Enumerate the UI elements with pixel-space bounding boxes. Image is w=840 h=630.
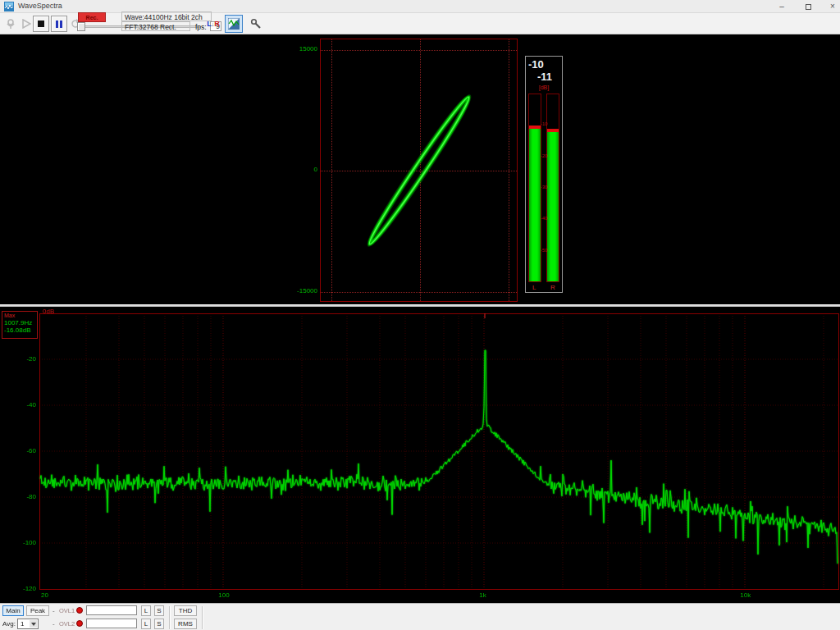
maximize-button[interactable]	[796, 0, 820, 13]
record-device-icon	[5, 18, 16, 30]
meter-scale-label: -50	[526, 248, 562, 253]
thd-button[interactable]: THD	[174, 605, 197, 616]
app-icon	[4, 2, 14, 11]
stop-button[interactable]	[33, 16, 49, 32]
y-axis-origin-label: 0dB	[43, 308, 54, 315]
wave-display-icon	[228, 18, 240, 30]
max-readout-title: Max	[4, 313, 35, 319]
main-view-button[interactable]: Main	[2, 605, 24, 616]
channel-copy-button[interactable]: L↓R	[205, 16, 221, 32]
ovl2-label: OVL2	[59, 620, 75, 628]
meter-scale-label: -40	[526, 216, 562, 221]
level-meter: -10 -11 [dB] -10-20-30-40-50 L R	[525, 56, 563, 293]
spectrum-x-tick-label: 1k	[479, 591, 486, 599]
meter-scale-label: -20	[526, 153, 562, 158]
close-button[interactable]: ×	[820, 0, 840, 13]
display-mode-button[interactable]	[225, 15, 243, 33]
wrench-icon	[250, 18, 262, 30]
left-channel-label: L	[532, 284, 536, 291]
s-button-2[interactable]: S	[154, 619, 164, 629]
window-title: WaveSpectra	[18, 2, 62, 10]
meter-scale-label: -30	[526, 185, 562, 189]
chevron-down-icon	[30, 620, 37, 628]
file2-input[interactable]	[86, 619, 137, 628]
lissajous-trace	[320, 39, 518, 302]
spectrum-y-tick-label: -60	[8, 447, 36, 454]
s-button-1[interactable]: S	[154, 605, 164, 616]
spectrum-x-tick-label: 20	[41, 591, 48, 599]
meter-scale-label: -10	[526, 121, 562, 126]
max-level-readout: -16.08dB	[4, 326, 35, 334]
meter-green-fill	[529, 129, 541, 281]
file1-input[interactable]	[86, 605, 137, 615]
lissajous-scale-max: 15000	[288, 45, 317, 52]
spectrum-y-tick-label: -20	[8, 355, 36, 363]
seek-slider-thumb[interactable]	[77, 22, 85, 31]
avg-selected-value: 1	[21, 620, 24, 628]
dash-separator: -	[52, 607, 55, 614]
settings-button[interactable]	[248, 16, 264, 32]
record-button[interactable]	[2, 16, 19, 32]
spectrum-panel: Max 1007.9Hz -16.08dB 0dB -20-40-60-80-1…	[0, 307, 840, 603]
lr-channel-icon: L↓R	[207, 20, 220, 28]
right-channel-label: R	[550, 284, 555, 291]
max-frequency-readout: 1007.9Hz	[4, 319, 35, 326]
meter-unit-label: [dB]	[526, 84, 562, 90]
l-button-2[interactable]: L	[141, 619, 151, 629]
l-button-1[interactable]: L	[141, 605, 151, 616]
play-button[interactable]	[18, 16, 34, 32]
pause-button[interactable]	[51, 16, 67, 32]
rec-indicator-badge: Rec.	[78, 12, 106, 22]
status-row-1: Main Peak - OVL1 L S THD	[0, 605, 840, 618]
fft-settings-readout: FFT:32768 Rect.	[121, 21, 190, 31]
scope-panel: 15000 0 -15000 -10 -11 [dB] -10-20-30-40…	[0, 34, 840, 304]
dash-separator: -	[52, 620, 55, 628]
wave-format-readout: Wave:44100Hz 16bit 2ch	[121, 11, 212, 21]
status-row-2: Avg: 1 - OVL2 L S RMS	[0, 618, 840, 630]
spectrum-y-tick-label: -40	[8, 401, 36, 409]
spectrum-y-tick-label: -80	[8, 493, 36, 500]
toolbar: Rec. Wave:44100Hz 16bit 2ch FFT:32768 Re…	[0, 13, 840, 34]
left-peak-readout: -10	[528, 58, 544, 71]
stop-icon	[38, 21, 44, 27]
ovl1-label: OVL1	[59, 607, 75, 614]
rms-button[interactable]: RMS	[174, 619, 197, 629]
spectrum-x-tick-label: 10k	[740, 591, 751, 599]
avg-select[interactable]: 1	[17, 619, 39, 629]
max-readout-box: Max 1007.9Hz -16.08dB	[2, 311, 38, 339]
play-icon	[21, 19, 31, 29]
spectrum-y-tick-label: -100	[8, 539, 36, 546]
lissajous-scale-zero: 0	[288, 166, 317, 173]
avg-label: Avg:	[2, 620, 16, 628]
peak-view-button[interactable]: Peak	[26, 605, 49, 616]
ovl2-led	[76, 620, 83, 627]
right-peak-readout: -11	[537, 71, 552, 83]
maximize-icon	[806, 4, 811, 10]
lissajous-scale-min: -15000	[288, 287, 317, 294]
minimize-button[interactable]: –	[769, 0, 794, 13]
spectrum-x-tick-label: 100	[218, 591, 229, 599]
ovl1-led	[76, 607, 83, 614]
pause-icon	[55, 16, 63, 31]
status-bar: Main Peak - OVL1 L S THD Avg: 1 - OVL2 L…	[0, 603, 840, 630]
spectrum-y-tick-label: -120	[8, 585, 36, 592]
spectrum-plot	[0, 307, 840, 603]
